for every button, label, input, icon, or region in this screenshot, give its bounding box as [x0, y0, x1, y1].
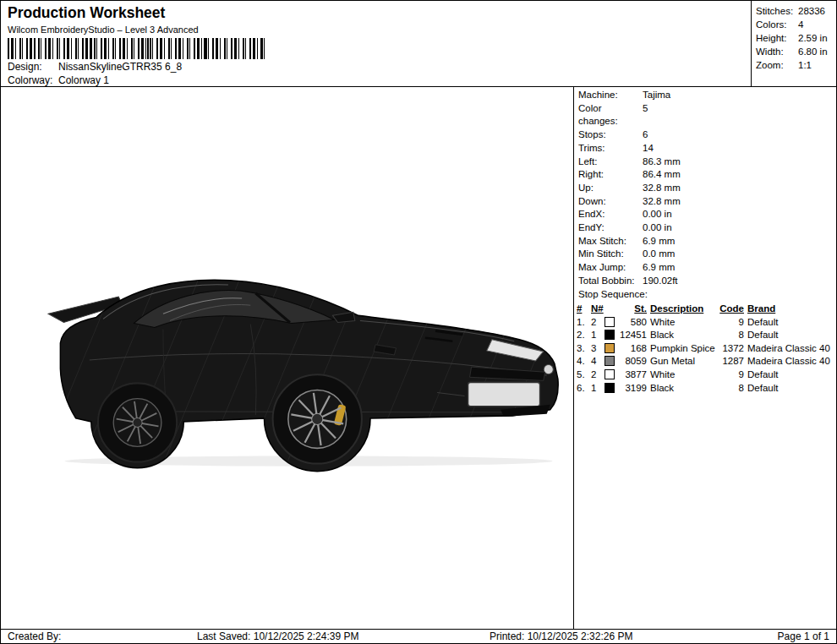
info-value: 0.0 mm	[643, 248, 675, 261]
col-header-description: Description	[647, 303, 719, 314]
stop-sequence-row: 5. 2 3877 White 9 Default	[574, 368, 836, 381]
production-worksheet-page: Production Worksheet Wilcom EmbroiderySt…	[0, 0, 837, 644]
stop-sequence-table: # N# St. Description Code Brand 1. 2 580…	[574, 302, 836, 394]
thread-color-swatch	[604, 356, 615, 366]
row-num: 2.	[577, 330, 591, 340]
thread-description: Black	[647, 383, 719, 393]
thread-code: 9	[719, 369, 744, 379]
machine-info-row: Up:32.8 mm	[574, 182, 836, 195]
last-saved-text: Last Saved: 10/12/2025 2:24:39 PM	[197, 630, 358, 642]
machine-info-row: Stops:6	[574, 128, 836, 142]
thread-code: 8	[719, 383, 744, 393]
machine-info-row: Trims:14	[574, 142, 836, 156]
header-left: Production Worksheet Wilcom EmbroiderySt…	[1, 1, 751, 86]
summary-label: Width:	[756, 45, 798, 58]
thread-color-swatch	[604, 343, 615, 353]
stop-sequence-row: 1. 2 580 White 9 Default	[574, 315, 836, 329]
stop-sequence-header-row: # N# St. Description Code Brand	[574, 302, 836, 315]
stop-sequence-row: 3. 3 168 Pumpkin Spice 1372 Madeira Clas…	[574, 341, 836, 355]
needle-num: 4	[591, 356, 604, 366]
thread-color-swatch	[604, 330, 615, 340]
info-label: Up:	[578, 182, 643, 195]
machine-info-row: Machine:Tajima	[574, 89, 836, 102]
info-label: Down:	[578, 195, 643, 209]
stitch-count: 3877	[616, 369, 647, 379]
machine-info-panel: Machine:Tajima Color changes:5 Stops:6 T…	[573, 87, 836, 629]
machine-info-row: Color changes:5	[574, 102, 836, 128]
machine-info-row: Max Stitch:6.9 mm	[574, 235, 836, 248]
thread-code: 8	[719, 330, 744, 340]
needle-num: 3	[591, 343, 604, 353]
row-num: 5.	[577, 369, 591, 379]
thread-color-swatch	[604, 317, 615, 327]
machine-info-row: Right:86.4 mm	[574, 168, 836, 182]
col-header-brand: Brand	[744, 303, 833, 314]
design-row: Design: NissanSkylineGTRR35 6_8	[8, 61, 744, 73]
summary-row: Height:2.59 in	[756, 31, 836, 45]
info-label: Right:	[578, 168, 643, 182]
stop-sequence-row: 6. 1 3199 Black 8 Default	[574, 381, 836, 395]
summary-row: Colors:4	[756, 18, 836, 31]
info-value: 0.00 in	[643, 221, 672, 235]
stitch-count: 3199	[616, 383, 647, 393]
thread-brand: Default	[744, 369, 833, 379]
summary-label: Stitches:	[756, 4, 798, 18]
summary-row: Width:6.80 in	[756, 45, 836, 58]
summary-label: Colors:	[756, 18, 798, 31]
col-header-code: Code	[719, 303, 744, 314]
created-by-label: Created By:	[8, 630, 61, 642]
summary-label: Zoom:	[756, 58, 798, 72]
thread-description: White	[647, 317, 719, 327]
info-label: EndX:	[578, 208, 643, 221]
machine-info-row: Min Stitch:0.0 mm	[574, 248, 836, 261]
machine-info-row: EndX:0.00 in	[574, 208, 836, 221]
stop-sequence-label: Stop Sequence:	[574, 288, 836, 302]
needle-num: 1	[591, 330, 604, 340]
info-value: 86.4 mm	[643, 168, 681, 182]
info-value: Tajima	[643, 89, 670, 102]
machine-info-row: Left:86.3 mm	[574, 156, 836, 169]
thread-brand: Madeira Classic 40	[744, 356, 833, 366]
colorway-label: Colorway:	[8, 74, 58, 86]
info-value: 6.9 mm	[643, 261, 675, 275]
info-value: 86.3 mm	[643, 156, 681, 169]
machine-info-row: Down:32.8 mm	[574, 195, 836, 209]
thread-code: 9	[719, 317, 744, 327]
printed-text: Printed: 10/12/2025 2:32:26 PM	[490, 630, 632, 642]
info-value: 190.02ft	[643, 275, 678, 288]
summary-value: 2.59 in	[798, 31, 828, 45]
summary-value: 6.80 in	[798, 45, 828, 58]
app-subtitle: Wilcom EmbroideryStudio – Level 3 Advanc…	[8, 25, 744, 35]
footer: Created By: Last Saved: 10/12/2025 2:24:…	[1, 629, 836, 644]
summary-row: Zoom:1:1	[756, 58, 836, 72]
info-label: Max Stitch:	[578, 235, 643, 248]
stitch-count: 12451	[616, 330, 647, 340]
needle-num: 1	[591, 383, 604, 393]
design-barcode	[8, 38, 268, 59]
summary-value: 4	[798, 18, 803, 31]
colorway-value: Colorway 1	[58, 74, 109, 86]
thread-color-swatch	[604, 369, 615, 379]
info-value: 6.9 mm	[643, 235, 675, 248]
info-value: 5	[643, 102, 648, 128]
col-header-stitches: St.	[616, 303, 647, 314]
machine-info-row: Total Bobbin:190.02ft	[574, 275, 836, 288]
summary-row: Stitches:28336	[756, 4, 836, 18]
page-title: Production Worksheet	[8, 4, 744, 22]
stitch-count: 580	[616, 317, 647, 327]
main-area: Machine:Tajima Color changes:5 Stops:6 T…	[1, 87, 836, 629]
design-value: NissanSkylineGTRR35 6_8	[58, 61, 182, 73]
info-value: 32.8 mm	[643, 182, 681, 195]
info-label: Total Bobbin:	[578, 275, 643, 288]
col-header-needle: N#	[591, 303, 604, 314]
thread-description: Pumpkin Spice	[647, 343, 719, 353]
page-number: Page 1 of 1	[778, 630, 829, 642]
info-value: 6	[643, 128, 648, 142]
stop-sequence-row: 2. 1 12451 Black 8 Default	[574, 328, 836, 341]
info-value: 32.8 mm	[643, 195, 681, 209]
stitch-count: 168	[616, 343, 647, 353]
row-num: 1.	[577, 317, 591, 327]
info-label: Trims:	[578, 142, 643, 156]
needle-num: 2	[591, 317, 604, 327]
colorway-row: Colorway: Colorway 1	[8, 74, 744, 86]
